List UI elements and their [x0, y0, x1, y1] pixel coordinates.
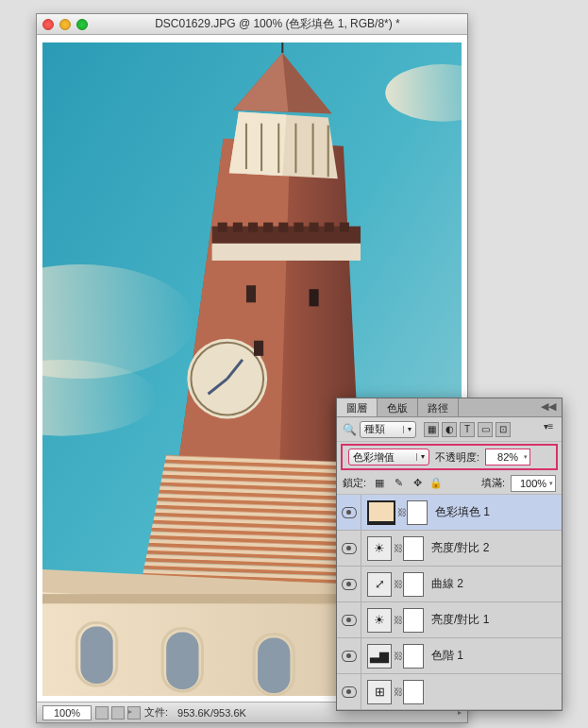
layer-row[interactable]: ⤢⛓曲線 2 — [337, 567, 562, 602]
layer-name[interactable]: 色彩填色 1 — [428, 504, 490, 520]
svg-rect-17 — [325, 223, 334, 232]
svg-rect-48 — [254, 341, 263, 356]
layer-name[interactable]: 亮度/對比 2 — [424, 540, 489, 556]
opacity-input[interactable]: 82% ▾ — [485, 449, 530, 466]
mask-thumbnail[interactable] — [403, 680, 424, 704]
chevron-down-icon: ▾ — [416, 453, 425, 461]
filter-shape-icon[interactable]: ▭ — [478, 422, 493, 437]
adjustment-thumbnail[interactable]: ☀ — [367, 536, 392, 561]
lock-all-icon[interactable]: 🔒 — [428, 476, 444, 491]
filter-adjustment-icon[interactable]: ◐ — [442, 422, 457, 437]
filter-smart-icon[interactable]: ⊡ — [496, 422, 511, 437]
adjustment-thumbnail[interactable]: ⊞ — [367, 680, 392, 704]
lock-paint-icon[interactable]: ✎ — [391, 476, 406, 491]
link-icon: ⛓ — [397, 507, 405, 517]
svg-rect-11 — [233, 223, 243, 232]
visibility-toggle[interactable] — [337, 638, 361, 673]
svg-rect-13 — [263, 223, 273, 232]
visibility-toggle[interactable] — [337, 674, 361, 709]
mask-thumbnail[interactable] — [403, 608, 424, 633]
panel-menu-icon[interactable]: ▾≡ — [539, 417, 558, 434]
svg-rect-12 — [248, 223, 258, 232]
layer-thumbnails: ⛓ — [361, 500, 428, 525]
link-icon: ⛓ — [394, 579, 401, 589]
tab-channels[interactable]: 色版 — [378, 398, 418, 416]
svg-rect-46 — [246, 285, 256, 302]
lock-label: 鎖定: — [343, 476, 366, 490]
adjustment-thumbnail[interactable]: ▃▆ — [367, 644, 392, 669]
svg-rect-9 — [212, 244, 361, 261]
visibility-toggle[interactable] — [337, 567, 361, 601]
layer-thumbnails: ☀⛓ — [361, 536, 424, 561]
layer-row[interactable]: ⛓色彩填色 1 — [337, 495, 562, 531]
visibility-toggle[interactable] — [337, 531, 361, 566]
layers-panel: 圖層 色版 路徑 ◀◀ ▾≡ 🔍 種類 ▾ ▦ ◐ T ▭ ⊡ 色彩增值 ▾ 不… — [336, 398, 563, 711]
layer-name[interactable]: 亮度/對比 1 — [424, 612, 489, 628]
adjustment-thumbnail[interactable]: ☀ — [367, 608, 392, 633]
layer-row[interactable]: ⊞⛓ — [337, 674, 562, 710]
svg-rect-47 — [310, 289, 319, 306]
filter-pixel-icon[interactable]: ▦ — [424, 422, 439, 437]
search-icon: 🔍 — [343, 423, 356, 436]
eye-icon — [342, 651, 357, 662]
tab-paths[interactable]: 路徑 — [418, 398, 459, 416]
mask-thumbnail[interactable] — [407, 500, 428, 525]
visibility-toggle[interactable] — [337, 495, 361, 530]
layer-name[interactable]: 曲線 2 — [424, 576, 463, 592]
status-icons: ▸ — [95, 706, 141, 720]
close-button[interactable] — [42, 19, 54, 30]
filter-type-icon[interactable]: T — [460, 422, 475, 437]
chevron-down-icon: ▾ — [403, 426, 412, 433]
visibility-toggle[interactable] — [337, 602, 361, 637]
svg-rect-10 — [218, 223, 227, 232]
fill-label: 填滿: — [481, 476, 505, 490]
zoom-field[interactable]: 100% — [42, 705, 92, 720]
lock-position-icon[interactable]: ✥ — [410, 476, 425, 491]
adjustment-thumbnail[interactable]: ⤢ — [367, 572, 392, 597]
status-dropdown-icon[interactable]: ▸ — [127, 706, 141, 720]
lock-buttons: ▦ ✎ ✥ 🔒 — [372, 476, 444, 491]
layer-row[interactable]: ☀⛓亮度/對比 2 — [337, 531, 562, 567]
layer-name[interactable]: 色階 1 — [424, 648, 463, 664]
mask-thumbnail[interactable] — [403, 536, 424, 561]
lock-fill-row: 鎖定: ▦ ✎ ✥ 🔒 填滿: 100% ▾ — [337, 472, 562, 495]
filter-type-buttons: ▦ ◐ T ▭ ⊡ — [424, 422, 511, 437]
collapse-icon[interactable]: ◀◀ — [539, 400, 558, 413]
blend-mode-dropdown[interactable]: 色彩增值 ▾ — [348, 449, 429, 466]
svg-rect-38 — [80, 626, 112, 684]
layer-list: ⛓色彩填色 1☀⛓亮度/對比 2⤢⛓曲線 2☀⛓亮度/對比 1▃▆⛓色階 1⊞⛓ — [337, 495, 562, 710]
chevron-down-icon: ▾ — [549, 480, 553, 487]
svg-rect-18 — [340, 223, 349, 232]
opacity-label: 不透明度: — [435, 450, 479, 465]
file-label: 文件: — [144, 705, 168, 720]
filter-kind-dropdown[interactable]: 種類 ▾ — [360, 421, 416, 438]
fill-thumbnail[interactable] — [367, 500, 395, 525]
eye-icon — [342, 543, 357, 554]
eye-icon — [342, 579, 357, 590]
blend-opacity-row: 色彩增值 ▾ 不透明度: 82% ▾ — [341, 444, 558, 470]
tab-layers[interactable]: 圖層 — [337, 398, 378, 416]
chevron-down-icon: ▾ — [524, 453, 528, 461]
link-icon: ⛓ — [394, 686, 401, 697]
link-icon: ⛓ — [394, 543, 401, 553]
svg-rect-16 — [310, 223, 319, 232]
panel-tabs: 圖層 色版 路徑 ◀◀ — [337, 398, 562, 417]
svg-rect-40 — [258, 638, 290, 694]
mask-thumbnail[interactable] — [403, 572, 424, 597]
fill-input[interactable]: 100% ▾ — [511, 475, 556, 492]
layer-thumbnails: ⤢⛓ — [361, 572, 424, 597]
opacity-value: 82% — [497, 451, 518, 463]
titlebar: DSC01629.JPG @ 100% (色彩填色 1, RGB/8*) * — [37, 14, 467, 35]
status-icon[interactable] — [111, 706, 125, 720]
lock-transparency-icon[interactable]: ▦ — [372, 476, 387, 491]
layer-row[interactable]: ☀⛓亮度/對比 1 — [337, 602, 562, 638]
minimize-button[interactable] — [59, 19, 71, 30]
eye-icon — [342, 615, 357, 626]
window-title: DSC01629.JPG @ 100% (色彩填色 1, RGB/8*) * — [93, 16, 462, 32]
status-icon[interactable] — [95, 706, 109, 720]
layer-row[interactable]: ▃▆⛓色階 1 — [337, 638, 562, 674]
layer-thumbnails: ▃▆⛓ — [361, 644, 424, 669]
zoom-button[interactable] — [76, 19, 88, 30]
layer-thumbnails: ⊞⛓ — [361, 680, 424, 704]
mask-thumbnail[interactable] — [403, 644, 424, 669]
